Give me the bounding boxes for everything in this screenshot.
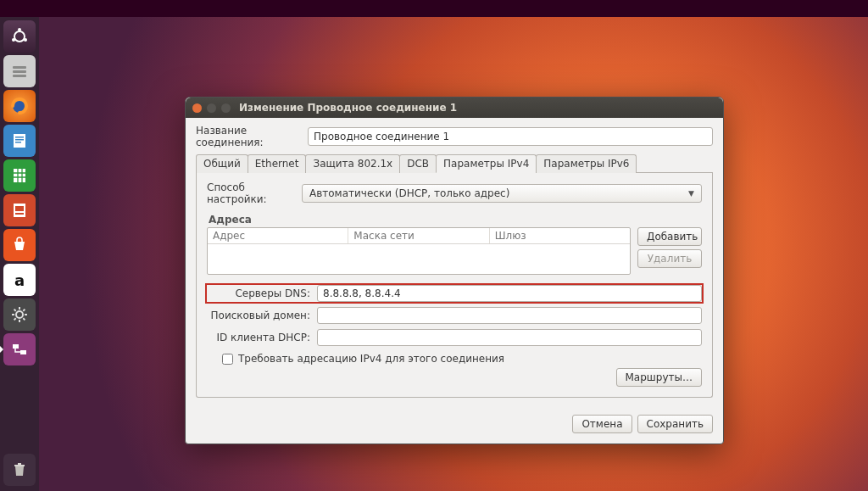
svg-rect-5 (13, 70, 26, 73)
svg-point-0 (14, 31, 25, 42)
svg-rect-20 (18, 463, 21, 465)
svg-rect-19 (14, 465, 25, 466)
svg-point-16 (16, 311, 23, 318)
launcher-item-settings[interactable] (3, 299, 36, 331)
connection-name-label: Название соединения: (196, 125, 308, 148)
search-domain-input[interactable] (317, 307, 702, 324)
launcher-item-calc[interactable] (3, 159, 36, 192)
tab-ethernet[interactable]: Ethernet (248, 154, 307, 173)
minimize-button[interactable] (207, 103, 216, 113)
svg-point-2 (12, 38, 15, 42)
cancel-button[interactable]: Отмена (572, 415, 632, 433)
dns-servers-input[interactable] (317, 285, 702, 302)
svg-point-3 (24, 38, 27, 42)
gear-icon (9, 304, 30, 325)
svg-rect-11 (15, 142, 21, 143)
dhcp-client-id-label: ID клиента DHCP: (207, 332, 317, 343)
launcher-item-firefox[interactable] (3, 90, 36, 122)
method-label: Способ настройки: (207, 181, 302, 205)
chevron-down-icon: ▼ (688, 189, 694, 198)
ipv4-pane: Способ настройки: Автоматически (DHCP, т… (196, 173, 713, 398)
svg-rect-14 (15, 206, 24, 211)
col-address: Адрес (208, 228, 348, 243)
top-panel (0, 0, 868, 17)
addresses-table[interactable]: Адрес Маска сети Шлюз (207, 227, 631, 275)
svg-rect-15 (15, 213, 24, 215)
trash-icon (9, 460, 30, 480)
tabs: Общий Ethernet Защита 802.1x DCB Парамет… (196, 153, 713, 173)
launcher-item-software[interactable] (3, 229, 36, 261)
require-ipv4-label: Требовать адресацию IPv4 для этого соеди… (238, 353, 504, 365)
launcher-item-amazon[interactable]: a (3, 264, 36, 296)
writer-icon (9, 131, 30, 151)
tab-general[interactable]: Общий (196, 154, 248, 173)
tab-ipv6[interactable]: Параметры IPv6 (536, 154, 637, 173)
tab-security[interactable]: Защита 802.1x (305, 154, 400, 173)
tab-dcb[interactable]: DCB (399, 154, 437, 173)
col-netmask: Маска сети (348, 228, 489, 243)
method-combo[interactable]: Автоматически (DHCP, только адрес) ▼ (302, 184, 702, 203)
connection-name-input[interactable] (308, 127, 713, 146)
col-gateway: Шлюз (490, 228, 630, 243)
calc-icon (9, 165, 30, 186)
software-icon (9, 235, 30, 255)
method-value: Автоматически (DHCP, только адрес) (309, 187, 509, 199)
ubuntu-icon (9, 26, 30, 47)
svg-rect-6 (13, 75, 26, 77)
firefox-icon (9, 96, 30, 116)
dhcp-client-id-input[interactable] (317, 329, 702, 346)
network-edit-dialog: Изменение Проводное соединение 1 Названи… (185, 97, 724, 444)
add-address-button[interactable]: Добавить (637, 227, 702, 246)
svg-rect-17 (13, 344, 19, 349)
files-icon (9, 61, 30, 81)
dialog-footer: Отмена Сохранить (186, 406, 723, 444)
save-button[interactable]: Сохранить (637, 415, 714, 433)
delete-address-button[interactable]: Удалить (637, 249, 702, 268)
tab-ipv4[interactable]: Параметры IPv4 (436, 154, 537, 173)
svg-rect-8 (14, 134, 25, 148)
svg-rect-10 (15, 139, 24, 141)
window-buttons (192, 103, 231, 113)
titlebar[interactable]: Изменение Проводное соединение 1 (186, 98, 723, 118)
launcher-item-files[interactable] (3, 55, 36, 87)
impress-icon (9, 200, 30, 220)
dns-label: Серверы DNS: (207, 287, 317, 299)
amazon-icon: a (14, 271, 25, 289)
svg-rect-4 (13, 66, 26, 69)
svg-rect-9 (15, 137, 24, 138)
launcher-item-dash[interactable] (3, 20, 36, 53)
require-ipv4-checkbox[interactable] (222, 354, 233, 365)
svg-point-1 (18, 28, 21, 31)
search-domain-label: Поисковый домен: (207, 310, 317, 321)
launcher-trash[interactable] (3, 454, 36, 486)
maximize-button[interactable] (221, 103, 231, 113)
svg-rect-12 (14, 169, 25, 182)
launcher-item-writer[interactable] (3, 125, 36, 157)
window-title: Изменение Проводное соединение 1 (239, 102, 457, 114)
launcher-item-impress[interactable] (3, 194, 36, 226)
unity-launcher: a (0, 17, 39, 491)
routes-button[interactable]: Маршруты… (616, 368, 703, 387)
close-button[interactable] (192, 103, 202, 113)
launcher-item-network[interactable] (3, 333, 36, 365)
addresses-heading: Адреса (209, 214, 702, 226)
network-icon (9, 339, 30, 360)
